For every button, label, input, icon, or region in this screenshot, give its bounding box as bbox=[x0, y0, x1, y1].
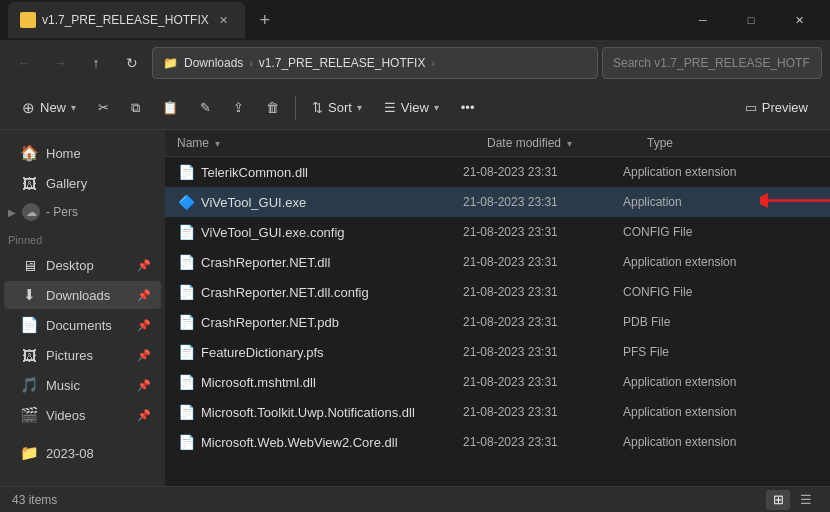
view-label: View bbox=[401, 100, 429, 115]
file-row[interactable]: 📄 ViVeTool_GUI.exe.config 21-08-2023 23:… bbox=[165, 217, 830, 247]
delete-button[interactable]: 🗑 bbox=[256, 92, 289, 124]
view-icon: ☰ bbox=[384, 100, 396, 115]
sidebar-recent-folder[interactable]: 📁 2023-08 bbox=[0, 438, 165, 468]
file-date-cell: 21-08-2023 23:31 bbox=[463, 195, 623, 209]
breadcrumb-downloads[interactable]: Downloads bbox=[184, 56, 243, 70]
share-button[interactable]: ⇪ bbox=[223, 92, 254, 124]
sort-label: Sort bbox=[328, 100, 352, 115]
col-header-type[interactable]: Type bbox=[647, 136, 818, 150]
file-icon: 📄 bbox=[177, 433, 195, 451]
sidebar-desktop-label: Desktop bbox=[46, 258, 94, 273]
sort-button[interactable]: ⇅ Sort ▾ bbox=[302, 92, 372, 124]
sidebar-cloud-group[interactable]: ▶ ☁ - Pers bbox=[0, 198, 165, 226]
music-icon: 🎵 bbox=[20, 376, 38, 394]
list-view-icon: ☰ bbox=[800, 492, 812, 507]
file-row[interactable]: 📄 FeatureDictionary.pfs 21-08-2023 23:31… bbox=[165, 337, 830, 367]
desktop-pin-icon: 📌 bbox=[137, 259, 151, 272]
paste-button[interactable]: 📋 bbox=[152, 92, 188, 124]
view-toggle-group: ⊞ ☰ bbox=[766, 490, 818, 510]
file-icon: 📄 bbox=[177, 283, 195, 301]
file-name-cell: 📄 CrashReporter.NET.dll bbox=[177, 253, 463, 271]
copy-button[interactable]: ⧉ bbox=[121, 92, 150, 124]
file-date-cell: 21-08-2023 23:31 bbox=[463, 375, 623, 389]
file-row[interactable]: 📄 CrashReporter.NET.dll.config 21-08-202… bbox=[165, 277, 830, 307]
address-bar[interactable]: 📁 Downloads › v1.7_PRE_RELEASE_HOTFIX › bbox=[152, 47, 598, 79]
maximize-button[interactable]: □ bbox=[728, 4, 774, 36]
sidebar-item-gallery[interactable]: 🖼 Gallery bbox=[4, 169, 161, 197]
file-name: Microsoft.Toolkit.Uwp.Notifications.dll bbox=[201, 405, 415, 420]
col-header-name[interactable]: Name ▾ bbox=[177, 136, 487, 150]
file-name-cell: 📄 Microsoft.mshtml.dll bbox=[177, 373, 463, 391]
preview-button[interactable]: ▭ Preview bbox=[735, 92, 818, 124]
file-row[interactable]: 🔷 ViVeTool_GUI.exe 21-08-2023 23:31 Appl… bbox=[165, 187, 830, 217]
sidebar-item-desktop[interactable]: 🖥 Desktop 📌 bbox=[4, 251, 161, 279]
search-bar[interactable]: Search v1.7_PRE_RELEASE_HOTF bbox=[602, 47, 822, 79]
sidebar: 🏠 Home 🖼 Gallery ▶ ☁ - Pers Pinned 🖥 Des… bbox=[0, 130, 165, 486]
file-name: Microsoft.Web.WebView2.Core.dll bbox=[201, 435, 398, 450]
file-name: ViVeTool_GUI.exe bbox=[201, 195, 306, 210]
cloud-label: - Pers bbox=[46, 205, 78, 219]
grid-view-button[interactable]: ⊞ bbox=[766, 490, 790, 510]
file-type-cell: CONFIG File bbox=[623, 225, 818, 239]
col-header-date[interactable]: Date modified ▾ bbox=[487, 136, 647, 150]
col-name-sort-icon: ▾ bbox=[215, 138, 220, 149]
up-icon: ↑ bbox=[93, 55, 100, 71]
sidebar-item-pictures[interactable]: 🖼 Pictures 📌 bbox=[4, 341, 161, 369]
list-view-button[interactable]: ☰ bbox=[794, 490, 818, 510]
ellipsis-icon: ••• bbox=[461, 100, 475, 115]
downloads-icon: ⬇ bbox=[20, 286, 38, 304]
close-button[interactable]: ✕ bbox=[776, 4, 822, 36]
refresh-button[interactable]: ↻ bbox=[116, 47, 148, 79]
cut-button[interactable]: ✂ bbox=[88, 92, 119, 124]
file-date-cell: 21-08-2023 23:31 bbox=[463, 345, 623, 359]
view-button[interactable]: ☰ View ▾ bbox=[374, 92, 449, 124]
file-type-cell: Application extension bbox=[623, 405, 818, 419]
breadcrumb-hotfix[interactable]: v1.7_PRE_RELEASE_HOTFIX bbox=[259, 56, 426, 70]
minimize-button[interactable]: ─ bbox=[680, 4, 726, 36]
cut-icon: ✂ bbox=[98, 100, 109, 115]
up-button[interactable]: ↑ bbox=[80, 47, 112, 79]
sidebar-item-downloads[interactable]: ⬇ Downloads 📌 bbox=[4, 281, 161, 309]
file-type-cell: PDB File bbox=[623, 315, 818, 329]
file-name: CrashReporter.NET.dll.config bbox=[201, 285, 369, 300]
back-icon: ← bbox=[17, 55, 31, 71]
cloud-icon: ☁ bbox=[22, 203, 40, 221]
pictures-pin-icon: 📌 bbox=[137, 349, 151, 362]
tab-folder-icon bbox=[20, 12, 36, 28]
refresh-icon: ↻ bbox=[126, 55, 138, 71]
file-date-cell: 21-08-2023 23:31 bbox=[463, 405, 623, 419]
file-name: FeatureDictionary.pfs bbox=[201, 345, 324, 360]
sidebar-item-documents[interactable]: 📄 Documents 📌 bbox=[4, 311, 161, 339]
pinned-header: Pinned bbox=[0, 234, 165, 246]
file-row[interactable]: 📄 TelerikCommon.dll 21-08-2023 23:31 App… bbox=[165, 157, 830, 187]
file-list: Name ▾ Date modified ▾ Type 📄 TelerikCom… bbox=[165, 130, 830, 486]
videos-icon: 🎬 bbox=[20, 406, 38, 424]
forward-button[interactable]: → bbox=[44, 47, 76, 79]
sidebar-item-videos[interactable]: 🎬 Videos 📌 bbox=[4, 401, 161, 429]
item-count: 43 items bbox=[12, 493, 57, 507]
file-date-cell: 21-08-2023 23:31 bbox=[463, 255, 623, 269]
file-row[interactable]: 📄 Microsoft.Toolkit.Uwp.Notifications.dl… bbox=[165, 397, 830, 427]
back-button[interactable]: ← bbox=[8, 47, 40, 79]
file-icon: 🔷 bbox=[177, 193, 195, 211]
col-type-label: Type bbox=[647, 136, 673, 150]
rename-button[interactable]: ✎ bbox=[190, 92, 221, 124]
file-row[interactable]: 📄 CrashReporter.NET.dll 21-08-2023 23:31… bbox=[165, 247, 830, 277]
active-tab[interactable]: v1.7_PRE_RELEASE_HOTFIX ✕ bbox=[8, 2, 245, 38]
file-type-cell: Application extension bbox=[623, 375, 818, 389]
new-tab-button[interactable]: + bbox=[249, 4, 281, 36]
sort-chevron-icon: ▾ bbox=[357, 102, 362, 113]
more-button[interactable]: ••• bbox=[451, 92, 485, 124]
file-row[interactable]: 📄 Microsoft.mshtml.dll 21-08-2023 23:31 … bbox=[165, 367, 830, 397]
file-row[interactable]: 📄 CrashReporter.NET.pdb 21-08-2023 23:31… bbox=[165, 307, 830, 337]
file-icon: 📄 bbox=[177, 403, 195, 421]
file-type-cell: CONFIG File bbox=[623, 285, 818, 299]
sidebar-item-home[interactable]: 🏠 Home bbox=[4, 139, 161, 167]
new-button[interactable]: ⊕ New ▾ bbox=[12, 92, 86, 124]
col-date-label: Date modified bbox=[487, 136, 561, 150]
breadcrumb-sep2: › bbox=[431, 58, 434, 69]
file-row[interactable]: 📄 Microsoft.Web.WebView2.Core.dll 21-08-… bbox=[165, 427, 830, 457]
sidebar-item-music[interactable]: 🎵 Music 📌 bbox=[4, 371, 161, 399]
close-tab-button[interactable]: ✕ bbox=[215, 11, 233, 29]
sidebar-item-2023-08[interactable]: 📁 2023-08 bbox=[4, 439, 161, 467]
